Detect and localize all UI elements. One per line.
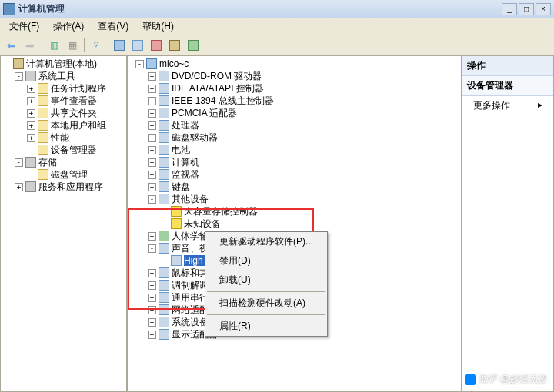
expander-icon[interactable]: -: [148, 195, 156, 204]
tree-item[interactable]: +本地用户和组: [2, 119, 125, 131]
expander-icon[interactable]: +: [148, 269, 156, 277]
expander-icon[interactable]: +: [148, 121, 156, 130]
menu-view[interactable]: 查看(V): [92, 18, 135, 35]
tree-item[interactable]: 大容量存储控制器: [135, 205, 459, 218]
refresh-button[interactable]: [130, 37, 147, 54]
right-action-more[interactable]: 更多操作 ▸: [462, 96, 553, 115]
tree-label: IEEE 1394 总线主控制器: [172, 95, 274, 108]
expander-icon[interactable]: +: [148, 331, 156, 339]
expander-icon[interactable]: +: [148, 146, 156, 154]
menu-file[interactable]: 文件(F): [3, 18, 45, 35]
tree-label: 任务计划程序: [51, 82, 106, 95]
context-menu-item[interactable]: 卸载(U): [205, 271, 327, 290]
expander-icon[interactable]: +: [27, 85, 35, 93]
menu-action[interactable]: 操作(A): [47, 18, 90, 35]
maximize-button[interactable]: □: [519, 3, 534, 15]
expander-icon[interactable]: +: [148, 183, 156, 191]
properties-button[interactable]: ▦: [64, 37, 81, 54]
expander-icon[interactable]: +: [27, 109, 35, 118]
uninstall-button[interactable]: [149, 37, 165, 54]
tree-item[interactable]: +共享文件夹: [2, 107, 125, 119]
expander-icon[interactable]: +: [148, 97, 156, 105]
fold-icon: [38, 145, 48, 155]
tree-item[interactable]: +磁盘驱动器: [135, 131, 459, 144]
context-menu-item[interactable]: 扫描检测硬件改动(A): [205, 294, 327, 313]
back-button[interactable]: ⬅: [3, 37, 20, 54]
titlebar: 计算机管理 _ □ ×: [0, 0, 554, 18]
tree-item[interactable]: -其他设备: [135, 193, 459, 205]
context-menu-item[interactable]: 更新驱动程序软件(P)...: [205, 232, 327, 251]
scan-button[interactable]: [112, 37, 128, 54]
expander-icon[interactable]: -: [148, 244, 156, 253]
help-button[interactable]: ?: [88, 37, 105, 54]
tree-item[interactable]: +PCMCIA 适配器: [135, 107, 459, 119]
dev-icon: [159, 132, 169, 143]
expander-icon[interactable]: +: [148, 85, 156, 93]
expander-icon[interactable]: +: [148, 158, 156, 167]
expander-icon[interactable]: +: [27, 121, 35, 130]
update-button[interactable]: [185, 37, 202, 54]
tree-item[interactable]: +监视器: [135, 168, 459, 181]
context-menu: 更新驱动程序软件(P)...禁用(D)卸载(U)扫描检测硬件改动(A)属性(R): [205, 231, 328, 337]
tree-item[interactable]: +电池: [135, 144, 459, 156]
tree-item[interactable]: +处理器: [135, 119, 459, 131]
disable-button[interactable]: [167, 37, 184, 54]
expander-icon[interactable]: -: [15, 72, 23, 81]
expander-icon[interactable]: +: [148, 171, 156, 179]
context-menu-item[interactable]: 禁用(D): [205, 251, 327, 271]
right-title: 操作: [462, 56, 553, 76]
tree-item[interactable]: +DVD/CD-ROM 驱动器: [135, 70, 459, 82]
expander-icon[interactable]: +: [148, 318, 156, 327]
tree-item[interactable]: +任务计划程序: [2, 82, 125, 95]
fold-icon: [38, 108, 48, 118]
tree-item[interactable]: +事件查看器: [2, 95, 125, 107]
tree-item[interactable]: +IDE ATA/ATAPI 控制器: [135, 82, 459, 95]
tree-item[interactable]: +计算机: [135, 156, 459, 168]
expander-icon[interactable]: +: [148, 306, 156, 314]
expander-icon[interactable]: +: [148, 232, 156, 241]
tree-item[interactable]: +服务和应用程序: [2, 181, 125, 193]
tree-item[interactable]: 磁盘管理: [2, 168, 125, 181]
tree-item[interactable]: -mico~c: [135, 58, 459, 70]
show-hide-button[interactable]: ▥: [45, 37, 62, 54]
menu-help[interactable]: 帮助(H): [136, 18, 180, 35]
warn-icon: [171, 206, 182, 217]
expander-icon[interactable]: +: [148, 294, 156, 302]
expander-icon[interactable]: -: [135, 60, 144, 68]
mon-icon: [146, 58, 157, 69]
forward-button[interactable]: ➡: [22, 37, 38, 54]
warn-icon: [171, 218, 182, 229]
tree-item[interactable]: 未知设备: [135, 218, 459, 230]
expander-icon[interactable]: +: [148, 134, 156, 142]
tree-item[interactable]: +性能: [2, 131, 125, 144]
tree-item[interactable]: +IEEE 1394 总线主控制器: [135, 95, 459, 107]
fold-icon: [38, 169, 48, 180]
fold-icon: [38, 120, 48, 131]
context-menu-item[interactable]: 属性(R): [205, 317, 327, 336]
expander-icon: [27, 146, 35, 154]
expander-icon: [2, 60, 11, 68]
expander-icon[interactable]: +: [148, 109, 156, 118]
tool-icon: [25, 71, 36, 81]
dev-icon: [159, 243, 169, 254]
expander-icon[interactable]: +: [148, 72, 156, 81]
expander-icon[interactable]: -: [15, 158, 23, 167]
green-icon: [159, 231, 169, 241]
close-button[interactable]: ×: [536, 3, 551, 15]
watermark: 知乎 @妙法无边: [465, 373, 546, 386]
tree-item[interactable]: 计算机管理(本地): [2, 58, 125, 70]
tree-item[interactable]: +键盘: [135, 181, 459, 193]
right-panel: 操作 设备管理器 更多操作 ▸: [462, 55, 554, 392]
expander-icon: [27, 171, 35, 179]
minimize-button[interactable]: _: [502, 3, 517, 15]
tree-item[interactable]: -系统工具: [2, 70, 125, 82]
tree-item[interactable]: 设备管理器: [2, 144, 125, 156]
expander-icon[interactable]: +: [27, 97, 35, 105]
expander-icon[interactable]: +: [148, 281, 156, 290]
center-tree-panel: -mico~c+DVD/CD-ROM 驱动器+IDE ATA/ATAPI 控制器…: [127, 55, 462, 392]
tree-label: 系统设备: [172, 316, 209, 329]
tree-item[interactable]: -存储: [2, 156, 125, 168]
expander-icon[interactable]: +: [27, 134, 35, 142]
dev-icon: [159, 145, 169, 155]
expander-icon[interactable]: +: [15, 183, 23, 191]
